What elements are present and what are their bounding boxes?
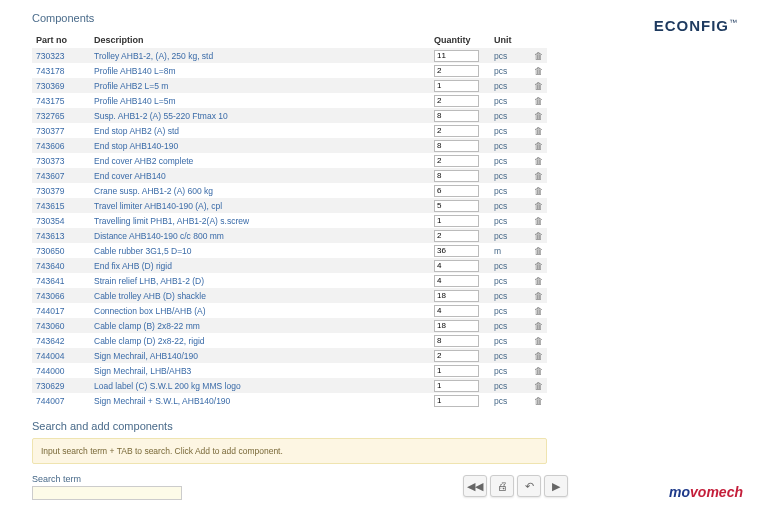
delete-icon[interactable]: 🗑: [534, 336, 543, 346]
delete-icon[interactable]: 🗑: [534, 186, 543, 196]
quantity-input[interactable]: [434, 260, 479, 272]
nav-print-button[interactable]: 🖨: [490, 475, 514, 497]
part-no-link[interactable]: 743178: [32, 63, 90, 78]
description-link[interactable]: Trolley AHB1-2, (A), 250 kg, std: [90, 48, 430, 63]
delete-icon[interactable]: 🗑: [534, 276, 543, 286]
quantity-input[interactable]: [434, 275, 479, 287]
description-link[interactable]: Cable rubber 3G1,5 D=10: [90, 243, 430, 258]
nav-back-button[interactable]: ◀◀: [463, 475, 487, 497]
part-no-link[interactable]: 743066: [32, 288, 90, 303]
quantity-input[interactable]: [434, 245, 479, 257]
delete-icon[interactable]: 🗑: [534, 381, 543, 391]
part-no-link[interactable]: 743642: [32, 333, 90, 348]
description-link[interactable]: Travel limiter AHB140-190 (A), cpl: [90, 198, 430, 213]
quantity-input[interactable]: [434, 110, 479, 122]
delete-icon[interactable]: 🗑: [534, 66, 543, 76]
description-link[interactable]: End fix AHB (D) rigid: [90, 258, 430, 273]
delete-icon[interactable]: 🗑: [534, 96, 543, 106]
delete-icon[interactable]: 🗑: [534, 291, 543, 301]
description-link[interactable]: Cable clamp (B) 2x8-22 mm: [90, 318, 430, 333]
quantity-input[interactable]: [434, 365, 479, 377]
quantity-input[interactable]: [434, 155, 479, 167]
part-no-link[interactable]: 743607: [32, 168, 90, 183]
description-link[interactable]: Profile AHB140 L=8m: [90, 63, 430, 78]
part-no-link[interactable]: 743640: [32, 258, 90, 273]
part-no-link[interactable]: 730369: [32, 78, 90, 93]
description-link[interactable]: Sign Mechrail + S.W.L, AHB140/190: [90, 393, 430, 408]
description-link[interactable]: Crane susp. AHB1-2 (A) 600 kg: [90, 183, 430, 198]
part-no-link[interactable]: 730377: [32, 123, 90, 138]
delete-icon[interactable]: 🗑: [534, 51, 543, 61]
delete-icon[interactable]: 🗑: [534, 351, 543, 361]
delete-icon[interactable]: 🗑: [534, 111, 543, 121]
delete-icon[interactable]: 🗑: [534, 126, 543, 136]
search-input[interactable]: [32, 486, 182, 500]
description-link[interactable]: Distance AHB140-190 c/c 800 mm: [90, 228, 430, 243]
quantity-input[interactable]: [434, 80, 479, 92]
part-no-link[interactable]: 730354: [32, 213, 90, 228]
quantity-input[interactable]: [434, 140, 479, 152]
delete-icon[interactable]: 🗑: [534, 201, 543, 211]
part-no-link[interactable]: 743615: [32, 198, 90, 213]
quantity-input[interactable]: [434, 50, 479, 62]
part-no-link[interactable]: 730379: [32, 183, 90, 198]
description-link[interactable]: Connection box LHB/AHB (A): [90, 303, 430, 318]
part-no-link[interactable]: 730629: [32, 378, 90, 393]
description-link[interactable]: Cable trolley AHB (D) shackle: [90, 288, 430, 303]
part-no-link[interactable]: 744017: [32, 303, 90, 318]
quantity-input[interactable]: [434, 335, 479, 347]
nav-next-button[interactable]: ▶: [544, 475, 568, 497]
delete-icon[interactable]: 🗑: [534, 231, 543, 241]
part-no-link[interactable]: 730323: [32, 48, 90, 63]
description-link[interactable]: Strain relief LHB, AHB1-2 (D): [90, 273, 430, 288]
part-no-link[interactable]: 743641: [32, 273, 90, 288]
quantity-input[interactable]: [434, 200, 479, 212]
description-link[interactable]: Load label (C) S.W.L 200 kg MMS logo: [90, 378, 430, 393]
quantity-input[interactable]: [434, 125, 479, 137]
part-no-link[interactable]: 732765: [32, 108, 90, 123]
quantity-input[interactable]: [434, 305, 479, 317]
part-no-link[interactable]: 730373: [32, 153, 90, 168]
quantity-input[interactable]: [434, 350, 479, 362]
part-no-link[interactable]: 730650: [32, 243, 90, 258]
delete-icon[interactable]: 🗑: [534, 81, 543, 91]
quantity-input[interactable]: [434, 290, 479, 302]
nav-undo-button[interactable]: ↶: [517, 475, 541, 497]
description-link[interactable]: Cable clamp (D) 2x8-22, rigid: [90, 333, 430, 348]
delete-icon[interactable]: 🗑: [534, 321, 543, 331]
part-no-link[interactable]: 744007: [32, 393, 90, 408]
description-link[interactable]: Profile AHB2 L=5 m: [90, 78, 430, 93]
quantity-input[interactable]: [434, 170, 479, 182]
part-no-link[interactable]: 743175: [32, 93, 90, 108]
part-no-link[interactable]: 744004: [32, 348, 90, 363]
quantity-input[interactable]: [434, 380, 479, 392]
delete-icon[interactable]: 🗑: [534, 156, 543, 166]
description-link[interactable]: End cover AHB140: [90, 168, 430, 183]
description-link[interactable]: Sign Mechrail, AHB140/190: [90, 348, 430, 363]
delete-icon[interactable]: 🗑: [534, 171, 543, 181]
delete-icon[interactable]: 🗑: [534, 396, 543, 406]
description-link[interactable]: End cover AHB2 complete: [90, 153, 430, 168]
delete-icon[interactable]: 🗑: [534, 141, 543, 151]
delete-icon[interactable]: 🗑: [534, 306, 543, 316]
description-link[interactable]: End stop AHB2 (A) std: [90, 123, 430, 138]
quantity-input[interactable]: [434, 230, 479, 242]
quantity-input[interactable]: [434, 320, 479, 332]
part-no-link[interactable]: 743060: [32, 318, 90, 333]
delete-icon[interactable]: 🗑: [534, 216, 543, 226]
quantity-input[interactable]: [434, 95, 479, 107]
description-link[interactable]: End stop AHB140-190: [90, 138, 430, 153]
delete-icon[interactable]: 🗑: [534, 366, 543, 376]
delete-icon[interactable]: 🗑: [534, 261, 543, 271]
quantity-input[interactable]: [434, 215, 479, 227]
description-link[interactable]: Travelling limit PHB1, AHB1-2(A) s.screw: [90, 213, 430, 228]
quantity-input[interactable]: [434, 185, 479, 197]
quantity-input[interactable]: [434, 65, 479, 77]
quantity-input[interactable]: [434, 395, 479, 407]
delete-icon[interactable]: 🗑: [534, 246, 543, 256]
description-link[interactable]: Sign Mechrail, LHB/AHB3: [90, 363, 430, 378]
part-no-link[interactable]: 744000: [32, 363, 90, 378]
description-link[interactable]: Profile AHB140 L=5m: [90, 93, 430, 108]
description-link[interactable]: Susp. AHB1-2 (A) 55-220 Ftmax 10: [90, 108, 430, 123]
part-no-link[interactable]: 743613: [32, 228, 90, 243]
